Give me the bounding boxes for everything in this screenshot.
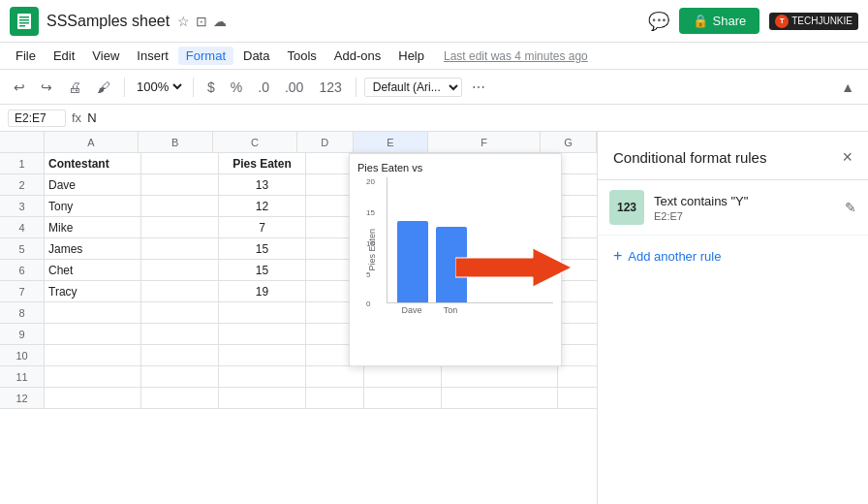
cell-c11[interactable] xyxy=(219,366,306,388)
y-label-10: 10 xyxy=(366,239,375,248)
col-header-b[interactable]: B xyxy=(139,132,213,153)
cell-e11[interactable] xyxy=(364,366,442,388)
cell-b1[interactable] xyxy=(141,153,219,174)
cell-b6[interactable] xyxy=(141,260,219,281)
cell-b4[interactable] xyxy=(141,217,219,238)
decimal1-button[interactable]: .0 xyxy=(252,77,275,98)
rule-edit-icon[interactable]: ✎ xyxy=(845,200,856,215)
cell-c3[interactable]: 12 xyxy=(219,196,306,217)
cell-c1[interactable]: Pies Eaten xyxy=(219,153,306,174)
cell-c6[interactable]: 15 xyxy=(219,260,306,281)
menu-help[interactable]: Help xyxy=(390,47,432,65)
cell-c7[interactable]: 19 xyxy=(219,281,306,302)
row-num-2: 2 xyxy=(0,174,45,196)
cell-a1[interactable]: Contestant xyxy=(45,153,141,174)
cell-a9[interactable] xyxy=(45,324,141,345)
col-header-g[interactable]: G xyxy=(541,132,597,153)
currency-button[interactable]: $ xyxy=(202,77,221,98)
copy-icon[interactable]: ⊡ xyxy=(196,14,207,29)
cell-b12[interactable] xyxy=(141,388,219,409)
cell-a6[interactable]: Chet xyxy=(45,260,141,281)
cloud-icon[interactable]: ☁ xyxy=(213,14,227,29)
menu-addons[interactable]: Add-ons xyxy=(326,47,388,65)
cell-c5[interactable]: 15 xyxy=(219,238,306,260)
cell-g11[interactable] xyxy=(558,366,597,388)
add-rule-button[interactable]: + Add another rule xyxy=(598,236,868,276)
cell-a7[interactable]: Tracy xyxy=(45,281,141,302)
cell-c12[interactable] xyxy=(219,388,306,409)
more-formats-button[interactable]: 123 xyxy=(313,77,347,98)
redo-button[interactable]: ↪ xyxy=(35,77,58,98)
share-button[interactable]: 🔒 Share xyxy=(679,8,760,34)
cell-reference[interactable]: E2:E7 xyxy=(8,110,66,127)
menu-file[interactable]: File xyxy=(8,47,44,65)
cell-g8[interactable] xyxy=(558,302,597,324)
comment-icon[interactable]: 💬 xyxy=(648,11,669,32)
cell-b8[interactable] xyxy=(141,302,219,324)
menu-format[interactable]: Format xyxy=(178,47,233,65)
cell-d12[interactable] xyxy=(306,388,364,409)
cell-a4[interactable]: Mike xyxy=(45,217,141,238)
menu-insert[interactable]: Insert xyxy=(129,47,176,65)
cell-c2[interactable]: 13 xyxy=(219,174,306,196)
print-button[interactable]: 🖨 xyxy=(62,77,87,98)
cell-b10[interactable] xyxy=(141,345,219,366)
percent-button[interactable]: % xyxy=(225,77,248,98)
col-header-c[interactable]: C xyxy=(213,132,297,153)
cell-b11[interactable] xyxy=(141,366,219,388)
more-toolbar-button[interactable]: ⋯ xyxy=(466,77,491,98)
cell-b7[interactable] xyxy=(141,281,219,302)
cell-a3[interactable]: Tony xyxy=(45,196,141,217)
cell-f11[interactable] xyxy=(442,366,558,388)
menu-edit[interactable]: Edit xyxy=(46,47,82,65)
cell-b9[interactable] xyxy=(141,324,219,345)
col-header-a[interactable]: A xyxy=(45,132,139,153)
cell-a2[interactable]: Dave xyxy=(45,174,141,196)
paint-format-button[interactable]: 🖌 xyxy=(91,77,116,98)
zoom-select[interactable]: 100% xyxy=(133,79,185,95)
star-icon[interactable]: ☆ xyxy=(177,14,190,29)
cell-g9[interactable] xyxy=(558,324,597,345)
col-header-e[interactable]: E xyxy=(354,132,428,153)
decimal2-button[interactable]: .00 xyxy=(279,77,309,98)
cell-g1[interactable] xyxy=(558,153,597,174)
last-edit[interactable]: Last edit was 4 minutes ago xyxy=(444,49,588,63)
menu-data[interactable]: Data xyxy=(235,47,277,65)
font-select[interactable]: Default (Ari... xyxy=(364,78,462,97)
cell-g4[interactable] xyxy=(558,217,597,238)
cell-g12[interactable] xyxy=(558,388,597,409)
x-label-dave: Dave xyxy=(396,305,427,315)
sidebar-title: Conditional format rules xyxy=(613,149,766,166)
formula-content[interactable]: N xyxy=(87,110,860,125)
cell-d11[interactable] xyxy=(306,366,364,388)
menu-view[interactable]: View xyxy=(84,47,127,65)
col-header-f[interactable]: F xyxy=(428,132,541,153)
cell-g10[interactable] xyxy=(558,345,597,366)
undo-button[interactable]: ↩ xyxy=(8,77,31,98)
cell-c4[interactable]: 7 xyxy=(219,217,306,238)
cell-b5[interactable] xyxy=(141,238,219,260)
cell-a12[interactable] xyxy=(45,388,141,409)
collapse-toolbar-button[interactable]: ▲ xyxy=(835,77,860,98)
cell-c8[interactable] xyxy=(219,302,306,324)
table-row xyxy=(45,388,597,409)
cell-a8[interactable] xyxy=(45,302,141,324)
col-header-d[interactable]: D xyxy=(297,132,354,153)
cell-a5[interactable]: James xyxy=(45,238,141,260)
cell-a11[interactable] xyxy=(45,366,141,388)
doc-icons: ☆ ⊡ ☁ xyxy=(177,14,227,29)
cell-c10[interactable] xyxy=(219,345,306,366)
cell-b2[interactable] xyxy=(141,174,219,196)
cell-f12[interactable] xyxy=(442,388,558,409)
cell-e12[interactable] xyxy=(364,388,442,409)
separator-2 xyxy=(193,78,194,97)
cell-c9[interactable] xyxy=(219,324,306,345)
cell-a10[interactable] xyxy=(45,345,141,366)
cell-g2[interactable] xyxy=(558,174,597,196)
cell-g3[interactable] xyxy=(558,196,597,217)
chart-x-labels: Dave Ton xyxy=(387,305,553,315)
menu-tools[interactable]: Tools xyxy=(279,47,324,65)
rule-item[interactable]: 123 Text contains "Y" E2:E7 ✎ xyxy=(598,180,868,236)
sidebar-close-button[interactable]: × xyxy=(842,147,852,168)
cell-b3[interactable] xyxy=(141,196,219,217)
